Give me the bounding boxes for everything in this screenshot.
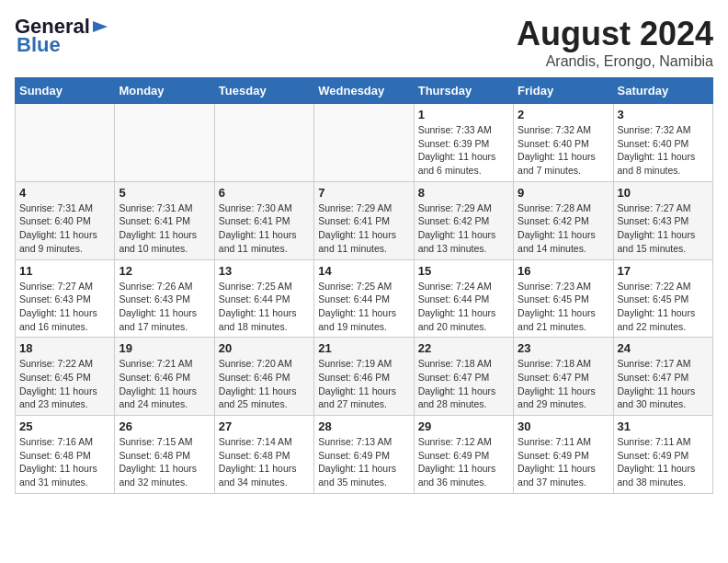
- day-info: Sunrise: 7:25 AMSunset: 6:44 PMDaylight:…: [219, 280, 310, 334]
- day-number: 24: [618, 341, 709, 355]
- calendar-cell: 27Sunrise: 7:14 AMSunset: 6:48 PMDayligh…: [214, 416, 313, 494]
- day-number: 22: [418, 341, 509, 355]
- day-number: 23: [518, 341, 609, 355]
- calendar-cell: 16Sunrise: 7:23 AMSunset: 6:45 PMDayligh…: [514, 259, 613, 338]
- calendar-cell: 20Sunrise: 7:20 AMSunset: 6:46 PMDayligh…: [214, 338, 313, 416]
- calendar-cell: [16, 104, 115, 182]
- calendar-cell: 22Sunrise: 7:18 AMSunset: 6:47 PMDayligh…: [414, 338, 513, 416]
- day-number: 27: [219, 419, 310, 433]
- day-number: 18: [19, 341, 110, 355]
- week-row-1: 1Sunrise: 7:33 AMSunset: 6:39 PMDaylight…: [16, 104, 713, 182]
- day-info: Sunrise: 7:27 AMSunset: 6:43 PMDaylight:…: [19, 280, 110, 334]
- calendar-cell: 24Sunrise: 7:17 AMSunset: 6:47 PMDayligh…: [613, 338, 712, 416]
- day-header-friday: Friday: [514, 78, 613, 104]
- day-info: Sunrise: 7:30 AMSunset: 6:41 PMDaylight:…: [219, 201, 310, 256]
- day-number: 4: [19, 186, 110, 200]
- day-header-sunday: Sunday: [16, 78, 115, 104]
- logo-blue: Blue: [15, 33, 61, 57]
- calendar-cell: 2Sunrise: 7:32 AMSunset: 6:40 PMDaylight…: [514, 104, 613, 182]
- calendar-cell: 10Sunrise: 7:27 AMSunset: 6:43 PMDayligh…: [613, 181, 712, 259]
- day-info: Sunrise: 7:31 AMSunset: 6:40 PMDaylight:…: [19, 201, 110, 256]
- calendar-cell: 5Sunrise: 7:31 AMSunset: 6:41 PMDaylight…: [115, 181, 214, 259]
- calendar-cell: 11Sunrise: 7:27 AMSunset: 6:43 PMDayligh…: [16, 259, 115, 338]
- day-info: Sunrise: 7:32 AMSunset: 6:40 PMDaylight:…: [518, 123, 609, 178]
- day-number: 20: [219, 341, 310, 355]
- calendar-cell: 23Sunrise: 7:18 AMSunset: 6:47 PMDayligh…: [514, 338, 613, 416]
- day-number: 31: [618, 419, 709, 433]
- calendar-cell: [115, 104, 214, 182]
- day-number: 28: [318, 419, 409, 433]
- day-header-thursday: Thursday: [414, 78, 513, 104]
- day-info: Sunrise: 7:31 AMSunset: 6:41 PMDaylight:…: [119, 201, 210, 256]
- day-info: Sunrise: 7:21 AMSunset: 6:46 PMDaylight:…: [119, 357, 210, 411]
- page-header: General Blue August 2024 Arandis, Erongo…: [15, 15, 713, 70]
- day-number: 1: [418, 108, 509, 121]
- calendar-cell: 12Sunrise: 7:26 AMSunset: 6:43 PMDayligh…: [115, 259, 214, 338]
- day-header-monday: Monday: [115, 78, 214, 104]
- calendar-header-row: SundayMondayTuesdayWednesdayThursdayFrid…: [16, 78, 713, 104]
- day-number: 21: [318, 341, 409, 355]
- day-info: Sunrise: 7:13 AMSunset: 6:49 PMDaylight:…: [318, 435, 409, 489]
- logo-arrow-icon: [91, 17, 109, 36]
- day-number: 26: [119, 419, 210, 433]
- day-number: 11: [19, 264, 110, 278]
- calendar-cell: 9Sunrise: 7:28 AMSunset: 6:42 PMDaylight…: [514, 181, 613, 259]
- day-number: 17: [618, 264, 709, 278]
- day-info: Sunrise: 7:16 AMSunset: 6:48 PMDaylight:…: [19, 435, 110, 489]
- calendar-cell: 30Sunrise: 7:11 AMSunset: 6:49 PMDayligh…: [514, 416, 613, 494]
- day-header-saturday: Saturday: [613, 78, 712, 104]
- calendar-cell: 21Sunrise: 7:19 AMSunset: 6:46 PMDayligh…: [314, 338, 414, 416]
- day-number: 5: [119, 186, 210, 200]
- page-title: August 2024: [517, 15, 713, 53]
- title-block: August 2024 Arandis, Erongo, Namibia: [517, 15, 713, 70]
- calendar-table: SundayMondayTuesdayWednesdayThursdayFrid…: [15, 77, 713, 494]
- day-number: 13: [219, 264, 310, 278]
- calendar-cell: 7Sunrise: 7:29 AMSunset: 6:41 PMDaylight…: [314, 181, 414, 259]
- day-info: Sunrise: 7:22 AMSunset: 6:45 PMDaylight:…: [19, 357, 110, 411]
- day-number: 3: [618, 108, 709, 121]
- calendar-cell: [214, 104, 313, 182]
- week-row-3: 11Sunrise: 7:27 AMSunset: 6:43 PMDayligh…: [16, 259, 713, 338]
- day-info: Sunrise: 7:25 AMSunset: 6:44 PMDaylight:…: [318, 280, 409, 334]
- calendar-cell: 26Sunrise: 7:15 AMSunset: 6:48 PMDayligh…: [115, 416, 214, 494]
- calendar-cell: 17Sunrise: 7:22 AMSunset: 6:45 PMDayligh…: [613, 259, 712, 338]
- calendar-cell: 25Sunrise: 7:16 AMSunset: 6:48 PMDayligh…: [16, 416, 115, 494]
- day-info: Sunrise: 7:27 AMSunset: 6:43 PMDaylight:…: [618, 201, 709, 256]
- day-number: 2: [518, 108, 609, 121]
- day-number: 6: [219, 186, 310, 200]
- day-number: 9: [518, 186, 609, 200]
- svg-marker-0: [93, 21, 108, 32]
- day-number: 16: [518, 264, 609, 278]
- day-number: 8: [418, 186, 509, 200]
- day-header-wednesday: Wednesday: [314, 78, 414, 104]
- day-info: Sunrise: 7:29 AMSunset: 6:41 PMDaylight:…: [318, 201, 409, 256]
- week-row-4: 18Sunrise: 7:22 AMSunset: 6:45 PMDayligh…: [16, 338, 713, 416]
- day-info: Sunrise: 7:26 AMSunset: 6:43 PMDaylight:…: [119, 280, 210, 334]
- day-number: 12: [119, 264, 210, 278]
- day-info: Sunrise: 7:33 AMSunset: 6:39 PMDaylight:…: [418, 123, 509, 178]
- day-number: 7: [318, 186, 409, 200]
- day-info: Sunrise: 7:29 AMSunset: 6:42 PMDaylight:…: [418, 201, 509, 256]
- day-info: Sunrise: 7:20 AMSunset: 6:46 PMDaylight:…: [219, 357, 310, 411]
- day-number: 10: [618, 186, 709, 200]
- day-info: Sunrise: 7:11 AMSunset: 6:49 PMDaylight:…: [618, 435, 709, 489]
- calendar-cell: 4Sunrise: 7:31 AMSunset: 6:40 PMDaylight…: [16, 181, 115, 259]
- day-number: 29: [418, 419, 509, 433]
- calendar-cell: 18Sunrise: 7:22 AMSunset: 6:45 PMDayligh…: [16, 338, 115, 416]
- calendar-cell: 13Sunrise: 7:25 AMSunset: 6:44 PMDayligh…: [214, 259, 313, 338]
- calendar-cell: 1Sunrise: 7:33 AMSunset: 6:39 PMDaylight…: [414, 104, 513, 182]
- day-info: Sunrise: 7:23 AMSunset: 6:45 PMDaylight:…: [518, 280, 609, 334]
- page-subtitle: Arandis, Erongo, Namibia: [517, 53, 713, 70]
- day-info: Sunrise: 7:22 AMSunset: 6:45 PMDaylight:…: [618, 280, 709, 334]
- calendar-cell: 3Sunrise: 7:32 AMSunset: 6:40 PMDaylight…: [613, 104, 712, 182]
- day-info: Sunrise: 7:15 AMSunset: 6:48 PMDaylight:…: [119, 435, 210, 489]
- calendar-cell: 19Sunrise: 7:21 AMSunset: 6:46 PMDayligh…: [115, 338, 214, 416]
- day-number: 25: [19, 419, 110, 433]
- day-info: Sunrise: 7:17 AMSunset: 6:47 PMDaylight:…: [618, 357, 709, 411]
- day-info: Sunrise: 7:14 AMSunset: 6:48 PMDaylight:…: [219, 435, 310, 489]
- calendar-cell: 31Sunrise: 7:11 AMSunset: 6:49 PMDayligh…: [613, 416, 712, 494]
- logo: General Blue: [15, 15, 109, 57]
- day-info: Sunrise: 7:18 AMSunset: 6:47 PMDaylight:…: [518, 357, 609, 411]
- day-info: Sunrise: 7:11 AMSunset: 6:49 PMDaylight:…: [518, 435, 609, 489]
- day-number: 15: [418, 264, 509, 278]
